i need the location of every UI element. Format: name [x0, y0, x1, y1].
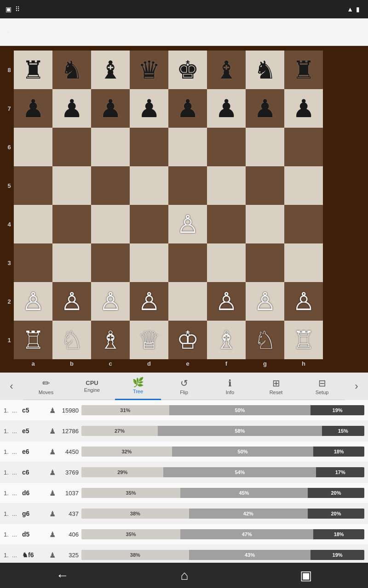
- cell-f6[interactable]: [207, 128, 246, 166]
- home-nav-button[interactable]: ⌂: [181, 568, 189, 583]
- chess-board[interactable]: ♜♞♝♛♚♝♞♜♟♟♟♟♟♟♟♟♙♙♙♙♙♙♙♙♖♘♗♕♔♗♘♖: [14, 51, 323, 359]
- cell-h7[interactable]: ♟: [284, 89, 323, 128]
- cell-h6[interactable]: [284, 128, 323, 166]
- cell-a3[interactable]: [14, 243, 52, 282]
- cell-g1[interactable]: ♘: [246, 321, 284, 359]
- back-nav-button[interactable]: ←: [56, 568, 69, 583]
- cell-b5[interactable]: [52, 166, 91, 205]
- cell-f5[interactable]: [207, 166, 246, 205]
- cell-d2[interactable]: ♙: [130, 282, 168, 321]
- toolbar-flip[interactable]: ↺ Flip: [161, 373, 207, 400]
- cell-c6[interactable]: [91, 128, 130, 166]
- piece-a7: ♟: [22, 96, 44, 121]
- back-button[interactable]: [7, 31, 9, 33]
- move-row-2[interactable]: 1. ... e6 ♟ 4450 32% 50% 18%: [0, 441, 368, 462]
- move-row-6[interactable]: 1. ... d5 ♟ 406 35% 47% 18%: [0, 524, 368, 545]
- cell-a8[interactable]: ♜: [14, 51, 52, 89]
- cell-c3[interactable]: [91, 243, 130, 282]
- cell-e4[interactable]: ♙: [168, 205, 207, 243]
- cell-c2[interactable]: ♙: [91, 282, 130, 321]
- cell-d3[interactable]: [130, 243, 168, 282]
- cell-h2[interactable]: ♙: [284, 282, 323, 321]
- cell-c1[interactable]: ♗: [91, 321, 130, 359]
- cell-a5[interactable]: [14, 166, 52, 205]
- piece-a2: ♙: [22, 289, 44, 314]
- cell-f4[interactable]: [207, 205, 246, 243]
- cell-h5[interactable]: [284, 166, 323, 205]
- bar-gray-4: 45%: [180, 488, 308, 498]
- cell-c8[interactable]: ♝: [91, 51, 130, 89]
- cell-c5[interactable]: [91, 166, 130, 205]
- cell-e6[interactable]: [168, 128, 207, 166]
- cell-h4[interactable]: [284, 205, 323, 243]
- cell-b1[interactable]: ♘: [52, 321, 91, 359]
- cell-a2[interactable]: ♙: [14, 282, 52, 321]
- cell-a6[interactable]: [14, 128, 52, 166]
- cell-h8[interactable]: ♜: [284, 51, 323, 89]
- piece-f7: ♟: [215, 96, 237, 121]
- board-container: 87654321 ♜♞♝♛♚♝♞♜♟♟♟♟♟♟♟♟♙♙♙♙♙♙♙♙♖♘♗♕♔♗♘…: [0, 46, 368, 373]
- cell-e7[interactable]: ♟: [168, 89, 207, 128]
- cell-d6[interactable]: [130, 128, 168, 166]
- cell-g4[interactable]: [246, 205, 284, 243]
- cell-b3[interactable]: [52, 243, 91, 282]
- toolbar-reset[interactable]: ⊞ Reset: [253, 373, 299, 400]
- move-row-0[interactable]: 1. ... c5 ♟ 15980 31% 50% 19%: [0, 400, 368, 421]
- bar-gray-6: 47%: [180, 529, 313, 539]
- cell-g3[interactable]: [246, 243, 284, 282]
- move-name-2: e6: [22, 448, 47, 455]
- cell-b8[interactable]: ♞: [52, 51, 91, 89]
- recent-nav-button[interactable]: ▣: [300, 568, 312, 583]
- cell-b2[interactable]: ♙: [52, 282, 91, 321]
- move-row-5[interactable]: 1. ... g6 ♟ 437 38% 42% 20%: [0, 503, 368, 524]
- cell-a7[interactable]: ♟: [14, 89, 52, 128]
- cell-a1[interactable]: ♖: [14, 321, 52, 359]
- toolbar-moves[interactable]: ✏ Moves: [23, 373, 69, 400]
- bar-white-3: 29%: [81, 467, 163, 477]
- toolbar-setup[interactable]: ⊟ Setup: [299, 373, 345, 400]
- cell-d4[interactable]: [130, 205, 168, 243]
- cell-c4[interactable]: [91, 205, 130, 243]
- cell-c7[interactable]: ♟: [91, 89, 130, 128]
- cell-d8[interactable]: ♛: [130, 51, 168, 89]
- cell-f7[interactable]: ♟: [207, 89, 246, 128]
- cell-e3[interactable]: [168, 243, 207, 282]
- cell-b6[interactable]: [52, 128, 91, 166]
- info-icon: ℹ: [228, 378, 232, 389]
- cell-b4[interactable]: [52, 205, 91, 243]
- move-row-1[interactable]: 1. ... e5 ♟ 12786 27% 58% 15%: [0, 421, 368, 441]
- cell-d5[interactable]: [130, 166, 168, 205]
- toolbar-info[interactable]: ℹ Info: [207, 373, 253, 400]
- cell-f8[interactable]: ♝: [207, 51, 246, 89]
- cell-e5[interactable]: [168, 166, 207, 205]
- piece-a1: ♖: [22, 328, 44, 352]
- move-row-3[interactable]: 1. ... c6 ♟ 3769 29% 54% 17%: [0, 462, 368, 483]
- cell-g8[interactable]: ♞: [246, 51, 284, 89]
- toolbar-tree[interactable]: 🌿 Tree: [115, 373, 161, 400]
- cell-e8[interactable]: ♚: [168, 51, 207, 89]
- nav-left-button[interactable]: ‹: [0, 373, 23, 400]
- cell-f3[interactable]: [207, 243, 246, 282]
- cell-g5[interactable]: [246, 166, 284, 205]
- cell-h3[interactable]: [284, 243, 323, 282]
- cell-e2[interactable]: [168, 282, 207, 321]
- cell-d7[interactable]: ♟: [130, 89, 168, 128]
- cell-e1[interactable]: ♔: [168, 321, 207, 359]
- file-label-h: h: [284, 359, 323, 368]
- cell-b7[interactable]: ♟: [52, 89, 91, 128]
- cell-g6[interactable]: [246, 128, 284, 166]
- move-row-4[interactable]: 1. ... d6 ♟ 1037 35% 45% 20%: [0, 483, 368, 503]
- toolbar: ‹ ✏ Moves CPU Engine 🌿 Tree ↺ Flip ℹ Inf…: [0, 373, 368, 400]
- toolbar-reset-label: Reset: [270, 390, 283, 395]
- nav-right-button[interactable]: ›: [345, 373, 368, 400]
- cell-a4[interactable]: [14, 205, 52, 243]
- bar-dark-3: 17%: [316, 467, 364, 477]
- header: [0, 18, 368, 46]
- cell-d1[interactable]: ♕: [130, 321, 168, 359]
- cell-g2[interactable]: ♙: [246, 282, 284, 321]
- cell-g7[interactable]: ♟: [246, 89, 284, 128]
- cell-h1[interactable]: ♖: [284, 321, 323, 359]
- cell-f1[interactable]: ♗: [207, 321, 246, 359]
- toolbar-engine[interactable]: CPU Engine: [69, 373, 115, 400]
- cell-f2[interactable]: ♙: [207, 282, 246, 321]
